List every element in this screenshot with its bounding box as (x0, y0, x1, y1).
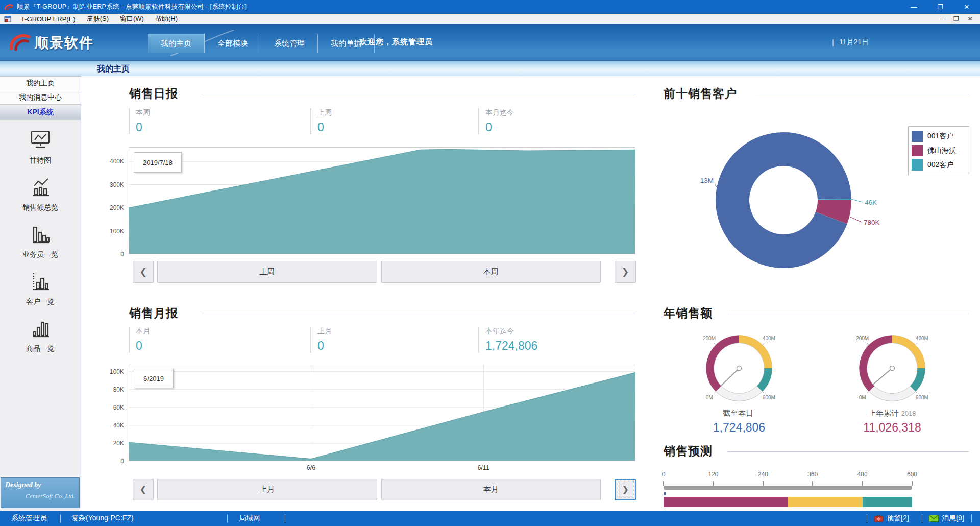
daily-area-chart[interactable]: 0100K200K300K400K (129, 147, 635, 254)
monthly-pager: ❮ 上月 本月 ❯ (133, 479, 636, 500)
monthly-next-button[interactable]: ❯ (615, 479, 636, 500)
top-customers-title: 前十销售客户 (664, 86, 737, 102)
window-title: 顺景『T-GROUP』制造业ERP系统 - 东莞顺景软件科技有限公司 - [系统… (17, 3, 247, 11)
tab-system-management[interactable]: 系统管理 (261, 34, 318, 53)
daily-lastweek-button[interactable]: 上周 (157, 261, 377, 283)
svg-text:200K: 200K (110, 204, 124, 211)
forecast-segment (664, 497, 788, 507)
sidebar-tool-label: 甘特图 (30, 156, 51, 165)
forecast-segment (788, 497, 863, 507)
app-logo-icon (4, 3, 13, 11)
header-date: |11月21日 (832, 24, 869, 60)
divider (727, 451, 969, 452)
divider (971, 514, 972, 522)
divider (727, 314, 969, 314)
customers-donut-chart[interactable]: 13M780K46K (694, 128, 873, 276)
sidebar-tool-label: 销售额总览 (22, 203, 58, 212)
daily-report-title: 销售日报 (129, 86, 178, 102)
svg-text:100K: 100K (110, 228, 124, 235)
salesman-list-icon (29, 222, 52, 247)
forecast-axis-tick: 360 (802, 471, 823, 478)
svg-text:20K: 20K (113, 440, 124, 447)
monthly-chart-tooltip: 6/2019 (134, 369, 174, 388)
window-titlebar: 顺景『T-GROUP』制造业ERP系统 - 东莞顺景软件科技有限公司 - [系统… (0, 0, 980, 14)
statusbar-messages[interactable]: 消息[9] (942, 511, 964, 526)
daily-thisweek-button[interactable]: 本周 (381, 261, 601, 283)
divider (867, 514, 867, 522)
brand-name: 顺景软件 (35, 34, 94, 52)
forecast-axis-tick: 480 (852, 471, 873, 478)
svg-text:80K: 80K (113, 386, 124, 393)
app-header: 顺景软件 我的主页 全部模块 系统管理 我的单据 欢迎您，系统管理员 |11月2… (0, 24, 980, 60)
daily-next-button[interactable]: ❯ (615, 261, 636, 283)
svg-text:100K: 100K (110, 368, 124, 375)
gauge-last-year[interactable]: 0M200M400M600M (849, 329, 936, 411)
legend-item-foshan[interactable]: 佛山海沃 (912, 144, 966, 158)
svg-text:200M: 200M (703, 336, 716, 341)
daily-prev-button[interactable]: ❮ (133, 261, 154, 283)
statusbar-user: 系统管理员 (11, 511, 47, 526)
divider (202, 94, 635, 94)
mdi-minimize-button[interactable]: — (936, 14, 949, 24)
forecast-bullet-chart[interactable]: 0120240360480600 (664, 466, 970, 511)
svg-text:6/6: 6/6 (307, 464, 315, 471)
sidebar-item-message-center[interactable]: 我的消息中心 (0, 90, 81, 105)
customer-list-icon (29, 269, 52, 294)
monthly-area-chart[interactable]: 020K40K60K80K100K6/66/11 (129, 364, 635, 461)
sidebar-tool-gantt[interactable]: 甘特图 (29, 128, 52, 165)
svg-text:400M: 400M (916, 336, 928, 341)
sidebar-tool-label: 商品一览 (26, 344, 55, 353)
message-envelope-icon (929, 511, 939, 526)
annual-sales-title: 年销售额 (664, 305, 713, 321)
menubar: T-GROUP ERP(E) 皮肤(S) 窗口(W) 帮助(H) — ❐ ✕ (0, 14, 980, 25)
menu-help[interactable]: 帮助(H) (150, 14, 183, 24)
breadcrumb: 我的主页 (97, 64, 130, 75)
mdi-restore-button[interactable]: ❐ (949, 14, 963, 24)
menu-tgroup-erp[interactable]: T-GROUP ERP(E) (15, 14, 81, 24)
monthly-prev-button[interactable]: ❮ (133, 479, 154, 500)
welcome-text: 欢迎您，系统管理员 (359, 24, 433, 60)
legend-item-001[interactable]: 001客户 (912, 129, 966, 144)
daily-chart-tooltip: 2019/7/18 (134, 152, 182, 173)
forecast-axis-tick: 120 (703, 471, 723, 478)
stat-last-week: 上周 0 (310, 108, 478, 134)
menu-skin[interactable]: 皮肤(S) (81, 14, 114, 24)
daily-stats: 本周 0 上周 0 本月迄今 0 (129, 108, 635, 134)
designed-by-text: Designed by (5, 481, 79, 489)
sidebar-item-my-homepage[interactable]: 我的主页 (0, 76, 81, 90)
tab-all-modules[interactable]: 全部模块 (205, 34, 261, 53)
svg-text:6/11: 6/11 (477, 464, 489, 471)
menu-window[interactable]: 窗口(W) (114, 14, 150, 24)
customers-legend: 001客户 佛山海沃 002客户 (908, 126, 969, 175)
statusbar-alerts[interactable]: 预警[2] (887, 511, 909, 526)
monthly-lastmonth-button[interactable]: 上月 (157, 479, 377, 500)
sidebar-tool-sales-overview[interactable]: 销售额总览 (22, 175, 58, 212)
main-nav-tabs: 我的主页 全部模块 系统管理 我的单据 (148, 34, 375, 53)
divider (755, 94, 969, 94)
window-close-button[interactable]: ✕ (953, 0, 980, 14)
mdi-close-button[interactable]: ✕ (963, 14, 977, 24)
svg-text:0: 0 (120, 458, 124, 465)
gauge-year-to-date[interactable]: 0M200M400M600M (696, 329, 782, 411)
sidebar-tool-customer-list[interactable]: 客户一览 (26, 269, 55, 306)
alert-kit-icon (874, 511, 884, 526)
divider (227, 514, 228, 522)
monthly-thismonth-button[interactable]: 本月 (381, 479, 601, 500)
brand-swoosh-icon (7, 31, 31, 55)
stat-last-month: 上月 0 (310, 327, 478, 353)
gauge2-value: 11,026,318 (836, 421, 948, 435)
svg-text:400K: 400K (110, 158, 124, 165)
window-restore-button[interactable]: ❐ (927, 0, 953, 14)
sidebar-tool-label: 客户一览 (26, 297, 55, 306)
tab-my-homepage[interactable]: 我的主页 (148, 34, 205, 53)
sidebar-tool-product-list[interactable]: 商品一览 (26, 316, 55, 353)
forecast-axis-tick: 600 (902, 471, 922, 478)
legend-item-002[interactable]: 002客户 (912, 158, 966, 172)
forecast-segment (863, 497, 912, 507)
sidebar-item-kpi-system[interactable]: KPI系统 (0, 105, 81, 120)
sidebar-tool-salesman-list[interactable]: 业务员一览 (22, 222, 58, 259)
window-minimize-button[interactable]: — (900, 0, 927, 14)
stat-this-month: 本月 0 (129, 327, 310, 353)
forecast-value-marker (664, 492, 666, 495)
stat-month-to-date: 本月迄今 0 (478, 108, 635, 134)
